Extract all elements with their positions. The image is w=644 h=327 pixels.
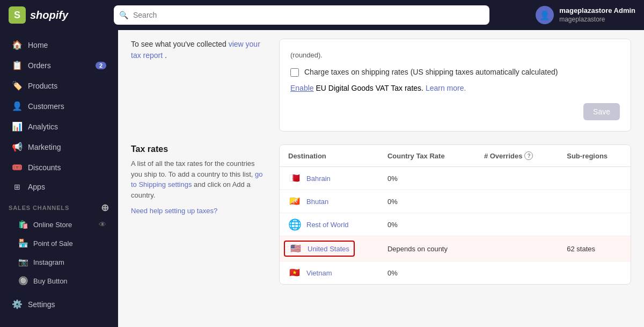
overrides-cell [475,167,558,190]
bottom-section: Tax rates A list of all the tax rates fo… [118,138,644,327]
sub-regions-cell [558,190,631,213]
col-overrides: # Overrides ? [475,145,558,167]
search-icon: 🔍 [119,11,128,19]
destination-cell: 🇧🇭 Bahrain [280,167,379,190]
bottom-left-panel: Tax rates A list of all the tax rates fo… [118,138,279,327]
sidebar-item-settings[interactable]: ⚙️ Settings [3,294,115,314]
destination-cell: 🇧🇹 Bhutan [280,190,379,213]
sidebar-item-analytics[interactable]: 📊 Analytics [3,117,115,136]
vietnam-link[interactable]: Vietnam [306,269,332,277]
top-left-panel: To see what you've collected view your t… [118,30,279,138]
add-sales-channel-button[interactable]: ⊕ [101,203,109,213]
tax-rate-cell: 0% [379,213,475,236]
tax-rate-cell: 0% [379,167,475,190]
user-store: mageplazastore [559,16,635,24]
logo-area: S shopify [9,6,105,24]
sidebar-item-home[interactable]: 🏠 Home [3,35,115,55]
rounded-text: (rounded). [290,50,620,61]
top-navigation: S shopify 🔍 👤 mageplazastore Admin magep… [0,0,644,30]
destination-cell: 🌐 Rest of World [280,213,379,236]
destination-cell: 🇻🇳 Vietnam [280,261,379,285]
table-row: 🇧🇹 Bhutan 0% [280,190,631,213]
sidebar-item-label: Home [28,41,48,49]
online-store-icon: 🛍️ [18,220,28,229]
sidebar-sub-item-label: Buy Button [33,277,68,285]
sidebar-item-label: Products [28,82,57,90]
table-row-united-states: ↗ 🇺🇸 United States Depends on county [280,236,631,261]
sidebar-item-label: Apps [28,183,45,191]
sidebar-item-online-store[interactable]: 🛍️ Online Store 👁 [3,215,115,234]
sidebar-item-buy-button[interactable]: 🔘 Buy Button [3,272,115,290]
save-row: Save [290,99,620,120]
sidebar-item-label: Customers [28,102,64,111]
bahrain-link[interactable]: Bahrain [306,175,331,183]
top-section: To see what you've collected view your t… [118,30,644,138]
globe-flag: 🌐 [288,220,301,229]
sidebar-item-customers[interactable]: 👤 Customers [3,96,115,116]
us-highlight: 🇺🇸 United States [284,241,355,257]
search-bar[interactable]: 🔍 [114,5,489,25]
shopify-logo-icon: S [9,6,26,24]
info-text: To see what you've collected view your t… [131,39,266,61]
sidebar-item-label: Discounts [28,163,61,172]
country-cell: 🇧🇹 Bhutan [288,197,370,206]
tax-table-card: Destination Country Tax Rate # Overrides… [279,144,631,285]
charge-taxes-checkbox[interactable] [290,68,299,77]
save-button[interactable]: Save [583,103,620,120]
learn-more-link[interactable]: Learn more. [426,84,466,92]
point-of-sale-icon: 🏪 [18,238,28,248]
sidebar-item-label: Marketing [28,143,61,151]
main-layout: 🏠 Home 📋 Orders 2 🏷️ Products 👤 Customer… [0,30,644,327]
col-country-tax-rate: Country Tax Rate [379,145,475,167]
top-right-panel: (rounded). Charge taxes on shipping rate… [279,30,644,138]
rest-of-world-link[interactable]: Rest of World [306,221,349,229]
sidebar-item-discounts[interactable]: 🎟️ Discounts [3,157,115,177]
sub-regions-cell [558,213,631,236]
help-link[interactable]: Need help setting up taxes? [131,207,266,215]
marketing-icon: 📢 [12,142,23,152]
col-destination: Destination [280,145,379,167]
destination-cell: ↗ 🇺🇸 United States [280,236,379,261]
sidebar-item-instagram[interactable]: 📷 Instagram [3,253,115,271]
sidebar-sub-item-label: Instagram [33,258,64,266]
sidebar-item-marketing[interactable]: 📢 Marketing [3,137,115,157]
products-icon: 🏷️ [12,81,23,91]
united-states-link[interactable]: United States [308,245,349,253]
content-area: To see what you've collected view your t… [118,30,644,327]
search-input[interactable] [114,5,489,25]
avatar[interactable]: 👤 [536,6,554,24]
col-sub-regions: Sub-regions [558,145,631,167]
tax-rate-cell: Depends on county [379,236,475,261]
overrides-help-icon[interactable]: ? [524,151,533,160]
us-flag: 🇺🇸 [289,244,302,253]
country-cell: 🌐 Rest of World [288,220,370,229]
tax-rate-cell: 0% [379,190,475,213]
discounts-icon: 🎟️ [12,162,23,172]
user-area: 👤 mageplazastore Admin mageplazastore [536,6,635,24]
instagram-icon: 📷 [18,257,28,267]
sidebar-sub-item-label: Online Store [33,221,72,229]
settings-icon: ⚙️ [12,299,23,309]
customers-icon: 👤 [12,101,23,111]
enable-link[interactable]: Enable [290,84,314,92]
sidebar-item-label: Orders [28,61,51,70]
section-title: Tax rates [131,144,266,154]
sidebar-item-point-of-sale[interactable]: 🏪 Point of Sale [3,234,115,252]
country-cell: ↗ 🇺🇸 United States [288,243,370,255]
sidebar-item-apps[interactable]: ⊞ Apps [3,178,115,196]
eye-icon[interactable]: 👁 [99,220,106,229]
overrides-cell [475,261,558,285]
country-cell: 🇧🇭 Bahrain [288,173,370,183]
sidebar-item-orders[interactable]: 📋 Orders 2 [3,55,115,75]
bhutan-flag: 🇧🇹 [288,197,301,206]
tax-rates-table: Destination Country Tax Rate # Overrides… [280,145,631,284]
sub-regions-cell: 62 states [558,236,631,261]
bahrain-flag: 🇧🇭 [288,173,301,183]
overrides-cell [475,236,558,261]
analytics-icon: 📊 [12,121,23,132]
sidebar-item-label: Settings [28,300,55,309]
country-cell: 🇻🇳 Vietnam [288,268,370,278]
bhutan-link[interactable]: Bhutan [306,198,328,206]
user-info: mageplazastore Admin mageplazastore [559,6,635,24]
sidebar-item-products[interactable]: 🏷️ Products [3,76,115,96]
